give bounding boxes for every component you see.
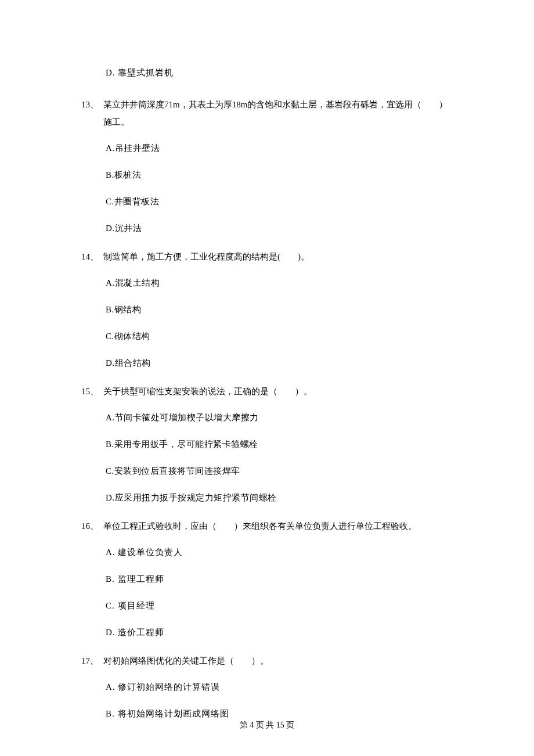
question-text: 某立井井筒深度71m，其表土为厚18m的含饱和水黏土层，基岩段有砾岩，宜选用（ … bbox=[103, 96, 453, 131]
option-c: C.安装到位后直接将节间连接焊牢 bbox=[106, 464, 453, 478]
option-b: B.采用专用扳手，尽可能拧紧卡箍螺栓 bbox=[106, 437, 453, 451]
question-14: 14、 制造简单，施工方便，工业化程度高的结构是( )。 A.混凝土结构 B.钢… bbox=[81, 248, 453, 370]
option-d: D.沉井法 bbox=[106, 221, 453, 235]
options-list: A.节间卡箍处可增加楔子以增大摩擦力 B.采用专用扳手，尽可能拧紧卡箍螺栓 C.… bbox=[106, 411, 453, 505]
option-c: C.井圈背板法 bbox=[106, 195, 453, 208]
question-number: 15、 bbox=[81, 383, 103, 400]
question-stem: 13、 某立井井筒深度71m，其表土为厚18m的含饱和水黏土层，基岩段有砾岩，宜… bbox=[81, 96, 453, 131]
question-16: 16、 单位工程正式验收时，应由（ ）来组织各有关单位负责人进行单位工程验收。 … bbox=[81, 517, 453, 639]
question-text: 制造简单，施工方便，工业化程度高的结构是( )。 bbox=[103, 248, 453, 265]
option-a: A. 修订初始网络的计算错误 bbox=[106, 680, 453, 694]
orphan-option-d: D. 靠壁式抓岩机 bbox=[106, 66, 453, 80]
option-a: A.吊挂井壁法 bbox=[106, 141, 453, 155]
question-stem: 15、 关于拱型可缩性支架安装的说法，正确的是（ ）。 bbox=[81, 383, 453, 400]
options-list: A. 建设单位负责人 B. 监理工程师 C. 项目经理 D. 造价工程师 bbox=[106, 545, 453, 639]
option-c: C. 项目经理 bbox=[106, 599, 453, 613]
option-a: A. 建设单位负责人 bbox=[106, 545, 453, 559]
option-c: C.砌体结构 bbox=[106, 329, 453, 343]
question-number: 14、 bbox=[81, 248, 103, 265]
options-list: A.吊挂井壁法 B.板桩法 C.井圈背板法 D.沉井法 bbox=[106, 141, 453, 235]
option-d: D. 造价工程师 bbox=[106, 625, 453, 639]
option-d: D.应采用扭力扳手按规定力矩拧紧节间螺栓 bbox=[106, 491, 453, 505]
option-a: A.混凝土结构 bbox=[106, 276, 453, 290]
option-b: B. 监理工程师 bbox=[106, 572, 453, 586]
question-17: 17、 对初始网络图优化的关键工作是（ ）。 A. 修订初始网络的计算错误 B.… bbox=[81, 652, 453, 721]
option-b: B.钢结构 bbox=[106, 303, 453, 316]
question-stem: 14、 制造简单，施工方便，工业化程度高的结构是( )。 bbox=[81, 248, 453, 265]
options-list: A.混凝土结构 B.钢结构 C.砌体结构 D.组合结构 bbox=[106, 276, 453, 370]
option-d: D.组合结构 bbox=[106, 356, 453, 370]
question-text: 单位工程正式验收时，应由（ ）来组织各有关单位负责人进行单位工程验收。 bbox=[103, 517, 453, 535]
question-15: 15、 关于拱型可缩性支架安装的说法，正确的是（ ）。 A.节间卡箍处可增加楔子… bbox=[81, 383, 453, 505]
option-a: A.节间卡箍处可增加楔子以增大摩擦力 bbox=[106, 411, 453, 424]
question-number: 16、 bbox=[81, 517, 103, 535]
page-content: D. 靠壁式抓岩机 13、 某立井井筒深度71m，其表土为厚18m的含饱和水黏土… bbox=[0, 0, 534, 721]
question-13: 13、 某立井井筒深度71m，其表土为厚18m的含饱和水黏土层，基岩段有砾岩，宜… bbox=[81, 96, 453, 235]
question-text: 对初始网络图优化的关键工作是（ ）。 bbox=[103, 652, 453, 669]
question-number: 17、 bbox=[81, 652, 103, 669]
options-list: A. 修订初始网络的计算错误 B. 将初始网络计划画成网络图 bbox=[106, 680, 453, 721]
page-footer: 第 4 页 共 15 页 bbox=[0, 719, 534, 732]
question-number: 13、 bbox=[81, 96, 103, 131]
question-stem: 17、 对初始网络图优化的关键工作是（ ）。 bbox=[81, 652, 453, 669]
question-text: 关于拱型可缩性支架安装的说法，正确的是（ ）。 bbox=[103, 383, 453, 400]
option-b: B.板桩法 bbox=[106, 168, 453, 182]
question-stem: 16、 单位工程正式验收时，应由（ ）来组织各有关单位负责人进行单位工程验收。 bbox=[81, 517, 453, 535]
